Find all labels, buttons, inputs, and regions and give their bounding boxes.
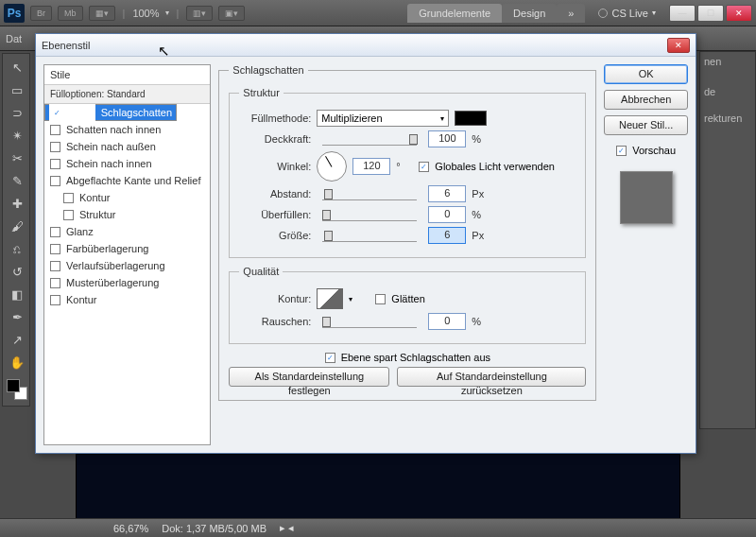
style-checkbox[interactable]: ✓ (49, 104, 95, 121)
new-style-button[interactable]: Neuer Stil... (604, 115, 688, 135)
style-checkbox[interactable] (63, 193, 74, 203)
angle-input[interactable]: 120 (352, 158, 390, 175)
style-label: Schlagschatten (101, 107, 172, 118)
style-label: Abgeflachte Kante und Relief (66, 175, 201, 186)
size-label: Größe: (239, 230, 311, 241)
style-item-11[interactable]: Kontur (44, 291, 210, 308)
group-qualitaet: Qualität Kontur: ▾ Glätten Rauschen: 0 % (229, 266, 586, 344)
style-checkbox[interactable] (50, 159, 60, 169)
style-item-4[interactable]: Abgeflachte Kante und Relief (44, 172, 210, 189)
blend-mode-select[interactable]: Multiplizieren▾ (317, 110, 449, 127)
style-checkbox[interactable] (50, 261, 60, 271)
status-doc: Dok: 1,37 MB/5,00 MB (162, 523, 266, 534)
workspace-more[interactable]: » (557, 4, 585, 23)
opacity-input[interactable]: 100 (428, 130, 466, 147)
fill-options-row[interactable]: Fülloptionen: Standard (44, 85, 210, 104)
style-checkbox[interactable] (50, 227, 60, 237)
lasso-tool[interactable]: ⊃ (6, 102, 28, 123)
style-item-2[interactable]: Schein nach außen (44, 138, 210, 155)
dialog-close-button[interactable]: ✕ (667, 38, 690, 53)
spread-input[interactable]: 0 (428, 206, 466, 223)
style-item-10[interactable]: Musterüberlagerung (44, 274, 210, 291)
status-scroll[interactable]: ▸ ◂ (280, 522, 294, 534)
wand-tool[interactable]: ✴ (6, 125, 28, 146)
ok-button[interactable]: OK (604, 64, 688, 84)
style-checkbox[interactable] (63, 210, 74, 220)
size-input[interactable]: 6 (428, 227, 466, 244)
style-checkbox[interactable] (50, 244, 60, 254)
style-label: Farbüberlagerung (66, 243, 148, 254)
workspace-tab-grundelemente[interactable]: Grundelemente (407, 4, 502, 23)
global-light-checkbox[interactable]: ✓ (419, 162, 429, 172)
style-item-9[interactable]: Verlaufsüberlagerung (44, 257, 210, 274)
style-label: Verlaufsüberlagerung (66, 260, 165, 271)
path-select-tool[interactable]: ↗ (6, 329, 28, 350)
style-checkbox[interactable] (50, 278, 60, 288)
eyedropper-tool[interactable]: ✎ (6, 170, 28, 191)
style-item-8[interactable]: Farbüberlagerung (44, 240, 210, 257)
move-tool[interactable]: ↖ (6, 57, 28, 78)
size-slider[interactable] (322, 229, 417, 242)
antialias-checkbox[interactable] (375, 294, 386, 304)
distance-input[interactable]: 6 (428, 185, 466, 202)
angle-dial[interactable] (317, 151, 347, 182)
antialias-label: Glätten (391, 293, 424, 304)
style-item-0[interactable]: ✓Schlagschatten (44, 104, 177, 121)
group-main-legend: Schlagschatten (229, 64, 307, 76)
zoom-level[interactable]: 100% (132, 8, 159, 19)
style-item-1[interactable]: Schatten nach innen (44, 121, 210, 138)
noise-label: Rauschen: (239, 316, 311, 327)
distance-slider[interactable] (322, 187, 417, 200)
window-minimize[interactable]: — (669, 5, 696, 22)
color-swatches[interactable] (5, 377, 27, 404)
hand-tool[interactable]: ✋ (6, 352, 28, 372)
settings-panel: Schlagschatten Struktur Füllmethode: Mul… (218, 64, 596, 445)
stamp-tool[interactable]: ⎌ (6, 238, 28, 259)
opacity-slider[interactable] (322, 132, 417, 146)
spread-slider[interactable] (322, 208, 417, 221)
knockout-checkbox[interactable]: ✓ (325, 353, 335, 363)
heal-tool[interactable]: ✚ (6, 193, 28, 214)
minibridge-button[interactable]: Mb (58, 6, 83, 21)
cancel-button[interactable]: Abbrechen (604, 90, 688, 110)
style-label: Schein nach innen (66, 158, 152, 169)
document-canvas[interactable] (76, 454, 680, 520)
view-extras-button[interactable]: ▦▾ (89, 6, 115, 21)
pen-tool[interactable]: ✒ (6, 306, 28, 327)
status-zoom[interactable]: 66,67% (113, 523, 148, 534)
noise-slider[interactable] (322, 315, 417, 328)
style-item-3[interactable]: Schein nach innen (44, 155, 210, 172)
make-default-button[interactable]: Als Standardeinstellung festlegen (229, 367, 389, 387)
history-brush-tool[interactable]: ↺ (6, 261, 28, 282)
reset-default-button[interactable]: Auf Standardeinstellung zurücksetzen (397, 367, 586, 387)
group-struct-legend: Struktur (239, 87, 284, 98)
arrange-docs-button[interactable]: ▥▾ (186, 6, 213, 21)
marquee-tool[interactable]: ▭ (6, 79, 28, 100)
cs-live-button[interactable]: CS Live▾ (591, 8, 663, 19)
noise-input[interactable]: 0 (428, 313, 466, 330)
style-item-5[interactable]: Kontur (44, 189, 210, 206)
bridge-button[interactable]: Br (30, 6, 52, 21)
shadow-color-swatch[interactable] (455, 111, 487, 126)
crop-tool[interactable]: ✂ (6, 147, 28, 168)
workspace-tab-design[interactable]: Design (502, 4, 557, 23)
style-checkbox[interactable] (50, 125, 60, 135)
window-maximize[interactable]: ☐ (697, 5, 724, 22)
style-checkbox[interactable] (50, 295, 60, 305)
foreground-swatch[interactable] (7, 379, 20, 392)
style-checkbox[interactable] (50, 142, 60, 152)
dialog-titlebar[interactable]: Ebenenstil ✕ (36, 34, 696, 57)
style-checkbox[interactable] (50, 176, 60, 186)
contour-picker[interactable] (317, 288, 343, 309)
style-label: Glanz (66, 226, 94, 237)
style-item-6[interactable]: Struktur (44, 206, 210, 223)
screen-mode-button[interactable]: ▣▾ (218, 6, 245, 21)
eraser-tool[interactable]: ◧ (6, 284, 28, 304)
window-close[interactable]: ✕ (726, 5, 752, 22)
toolbox: ↖ ▭ ⊃ ✴ ✂ ✎ ✚ 🖌 ⎌ ↺ ◧ ✒ ↗ ✋ (2, 53, 30, 407)
preview-checkbox[interactable]: ✓ (616, 146, 627, 156)
dialog-buttons: OK Abbrechen Neuer Stil... ✓ Vorschau (604, 64, 688, 445)
brush-tool[interactable]: 🖌 (6, 216, 28, 236)
style-label: Kontur (79, 192, 110, 203)
style-item-7[interactable]: Glanz (44, 223, 210, 240)
